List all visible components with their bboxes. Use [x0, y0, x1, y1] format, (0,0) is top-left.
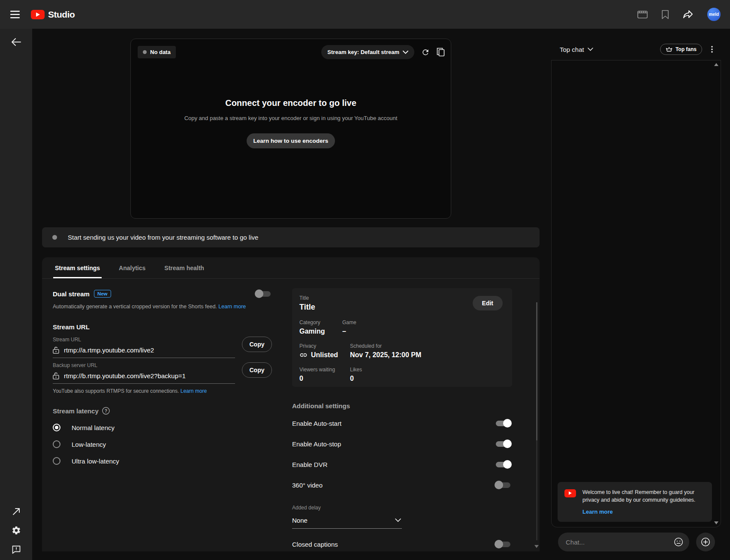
auto-start-toggle[interactable] — [496, 421, 510, 426]
chat-input-pill — [558, 533, 689, 551]
dual-stream-label: Dual stream — [53, 290, 90, 298]
youtube-logo-icon — [31, 10, 45, 19]
scheduled-label: Scheduled for — [350, 343, 421, 349]
chat-scroll-up-icon[interactable] — [714, 63, 718, 66]
chat-input[interactable] — [566, 539, 674, 546]
closed-captions-toggle[interactable] — [496, 542, 510, 547]
dual-stream-description: Automatically generate a vertical croppe… — [53, 304, 217, 310]
chat-add-icon[interactable] — [696, 533, 715, 551]
bookmark-icon[interactable] — [661, 10, 669, 19]
youtube-icon — [564, 489, 576, 497]
tab-stream-settings[interactable]: Stream settings — [47, 257, 108, 278]
share-icon[interactable] — [683, 10, 694, 19]
external-link-icon[interactable] — [12, 508, 20, 515]
viewers-waiting-value: 0 — [299, 375, 344, 382]
create-video-icon[interactable] — [637, 10, 648, 19]
top-fans-label: Top fans — [676, 46, 697, 52]
game-label: Game — [342, 319, 385, 325]
settings-tabs: Stream settings Analytics Stream health — [42, 257, 540, 279]
category-label: Category — [299, 319, 336, 325]
closed-captions-label: Closed captions — [292, 541, 338, 548]
radio-icon — [53, 440, 60, 448]
chat-scroll-down-icon[interactable] — [714, 521, 718, 524]
settings-gear-icon[interactable] — [12, 526, 21, 535]
settings-scrollbar[interactable] — [536, 302, 537, 540]
chat-header-title: Top chat — [560, 46, 584, 53]
copy-stream-url-button[interactable]: Copy — [242, 337, 272, 352]
status-dot-icon — [143, 50, 147, 54]
edit-button[interactable]: Edit — [473, 296, 503, 310]
copy-backup-url-button[interactable]: Copy — [242, 362, 272, 378]
stream-url-label: Stream URL — [53, 337, 235, 343]
scroll-down-arrow-icon[interactable] — [534, 545, 539, 548]
new-badge: New — [94, 290, 111, 298]
chat-welcome-card: Welcome to live chat! Remember to guard … — [558, 482, 712, 522]
dual-stream-toggle[interactable] — [256, 291, 271, 297]
chat-learn-more-link[interactable]: Learn more — [582, 509, 613, 515]
menu-icon[interactable] — [10, 11, 20, 18]
left-sidebar — [0, 29, 32, 560]
radio-normal-latency[interactable]: Normal latency — [53, 424, 272, 431]
backup-url-label: Backup server URL — [53, 362, 235, 368]
game-value: – — [342, 328, 385, 335]
radio-ultra-low-latency[interactable]: Ultra low-latency — [53, 457, 272, 465]
studio-logo[interactable]: Studio — [31, 9, 75, 20]
top-chat-dropdown[interactable]: Top chat — [560, 46, 593, 53]
tab-stream-health[interactable]: Stream health — [157, 257, 212, 278]
stream-url-heading: Stream URL — [53, 323, 272, 331]
status-dot-icon — [52, 235, 57, 240]
stream-key-label: Stream key: Default stream — [327, 49, 399, 55]
learn-encoders-button[interactable]: Learn how to use encoders — [247, 133, 335, 148]
viewers-waiting-label: Viewers waiting — [299, 367, 344, 373]
radio-icon — [53, 424, 60, 431]
likes-value: 0 — [350, 375, 393, 382]
stream-status-bar: Start sending us your video from your st… — [42, 227, 540, 247]
stream-url-value[interactable]: rtmp://a.rtmp.youtube.com/live2 — [64, 346, 154, 354]
scheduled-value: Nov 7, 2025, 12:00 PM — [350, 351, 421, 359]
topbar: Studio meld — [0, 0, 730, 29]
rtmps-note: YouTube also supports RTMPS for secure c… — [53, 388, 179, 394]
status-text: Start sending us your video from your st… — [68, 234, 258, 241]
feedback-icon[interactable] — [12, 545, 21, 554]
auto-start-label: Enable Auto-start — [292, 420, 341, 427]
encoder-heading: Connect your encoder to go live — [131, 98, 451, 108]
avatar-label: meld — [709, 12, 719, 17]
rtmps-learn-more-link[interactable]: Learn more — [181, 388, 207, 394]
top-fans-button[interactable]: Top fans — [660, 44, 702, 55]
chat-menu-dots-icon[interactable] — [706, 43, 718, 56]
refresh-icon[interactable] — [421, 48, 430, 57]
stream-key-dropdown[interactable]: Stream key: Default stream — [321, 45, 414, 59]
auto-stop-label: Enable Auto-stop — [292, 440, 341, 448]
help-icon[interactable]: ? — [102, 407, 110, 415]
svg-text:?: ? — [105, 408, 107, 413]
unlock-icon — [53, 372, 59, 379]
account-avatar[interactable]: meld — [707, 8, 721, 21]
no-data-badge: No data — [138, 46, 176, 58]
backup-url-value[interactable]: rtmp://b.rtmp.youtube.com/live2?backup=1 — [64, 372, 186, 379]
back-arrow-icon[interactable] — [12, 38, 21, 46]
crown-icon — [666, 47, 673, 52]
added-delay-label: Added delay — [292, 505, 512, 511]
added-delay-dropdown[interactable]: None — [292, 513, 402, 529]
no-data-label: No data — [150, 49, 171, 55]
chat-message-area: Welcome to live chat! Remember to guard … — [551, 60, 721, 527]
auto-stop-toggle[interactable] — [496, 441, 510, 447]
tab-analytics[interactable]: Analytics — [111, 257, 153, 278]
emoji-icon[interactable] — [674, 537, 683, 547]
privacy-label: Privacy — [299, 343, 344, 349]
added-delay-value: None — [292, 517, 308, 524]
welcome-message: Welcome to live chat! Remember to guard … — [582, 488, 705, 504]
dvr-toggle[interactable] — [496, 462, 510, 467]
copy-icon[interactable] — [437, 48, 445, 57]
broadcast-info-card: Title Title Edit Category Gaming Game – — [292, 288, 512, 387]
radio-icon — [53, 457, 60, 465]
chevron-down-icon — [588, 48, 593, 51]
video-360-toggle[interactable] — [496, 482, 510, 488]
encoder-subheading: Copy and paste a stream key into your en… — [131, 115, 451, 121]
privacy-value: Unlisted — [311, 351, 338, 359]
stream-latency-heading: Stream latency — [53, 407, 99, 415]
radio-low-latency[interactable]: Low-latency — [53, 440, 272, 448]
likes-label: Likes — [350, 367, 393, 373]
stream-settings-panel: Stream settings Analytics Stream health … — [42, 257, 540, 551]
dual-stream-learn-more-link[interactable]: Learn more — [218, 304, 246, 310]
